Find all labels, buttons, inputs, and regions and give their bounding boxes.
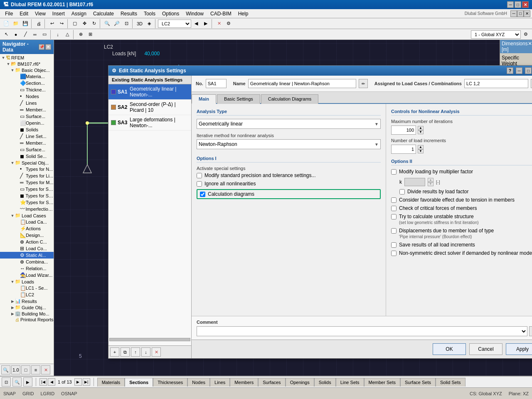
nav-building-model[interactable]: ▶ 🏢 Building Mo... [0, 310, 54, 317]
tab-basic-settings[interactable]: Basic Settings [217, 94, 260, 104]
nav-materials[interactable]: 🟦 Materia... [0, 73, 54, 80]
num-load-down[interactable]: ▼ [418, 149, 424, 153]
name-edit-btn[interactable]: ✏ [359, 79, 368, 88]
opt2-cb-2[interactable] [391, 206, 397, 211]
nav-view-btn[interactable]: □ [21, 365, 30, 374]
max-iter-down[interactable]: ▼ [418, 130, 424, 134]
sub-close[interactable]: ✕ [524, 10, 530, 17]
menu-window[interactable]: Window [182, 10, 207, 17]
nav-close-btn[interactable]: ✕ [45, 44, 51, 50]
nav-types-solid[interactable]: ◼ Types for Sc... [0, 192, 54, 199]
opt2-cb-4[interactable] [391, 228, 397, 234]
menu-results[interactable]: Results [117, 10, 140, 17]
tab-openings[interactable]: Openings [286, 378, 314, 387]
tab-surface-sets[interactable]: Surface Sets [400, 378, 436, 387]
dim-panel-close[interactable]: ✕ [528, 41, 532, 52]
nav-next-btn[interactable]: ▶ [74, 378, 82, 386]
nav-printout[interactable]: 🖨 Printout Reports [0, 317, 54, 323]
move-up-btn[interactable]: ↑ [131, 347, 140, 357]
opt2-item-5[interactable]: Save results of all load increments [391, 242, 532, 248]
opt2-item-0[interactable]: Modify loading by multiplier factor [391, 169, 532, 175]
tb2-load[interactable]: ↓ [53, 30, 62, 39]
tb-run[interactable]: ✕ [214, 19, 224, 28]
sub-minimize[interactable]: ─ [510, 10, 517, 17]
nav-basic-objects[interactable]: ▼ 📁 Basic Objec... [0, 67, 54, 73]
nav-sections[interactable]: 🔷 Section... [0, 80, 54, 86]
nav-design-situ[interactable]: 📐 Design... [0, 232, 54, 239]
tab-nodes[interactable]: Nodes [187, 378, 210, 387]
tb-save[interactable]: 💾 [21, 19, 30, 28]
opt2-cb-0[interactable] [391, 169, 397, 175]
opt2-divide-item[interactable]: Divide results by load factor [399, 189, 532, 195]
close-btn[interactable]: ✕ [522, 1, 529, 8]
num-load-up[interactable]: ▲ [418, 145, 424, 149]
tb-rotate[interactable]: ↻ [89, 19, 99, 28]
tb-move[interactable]: ✥ [80, 19, 89, 28]
nav-types-surfaces[interactable]: ▭ Types for Su... [0, 186, 54, 192]
nav-lines[interactable]: ╱ Lines [0, 100, 54, 106]
tb-new[interactable]: 📄 [2, 19, 11, 28]
sub-restore[interactable]: □ [517, 10, 524, 17]
nav-item-file[interactable]: ▼ 📂 BM107.rf6* [0, 61, 54, 67]
nav-member-sets[interactable]: ═ Member... [0, 140, 54, 146]
nav-line-sets[interactable]: ╱ Line Set... [0, 133, 54, 140]
comment-edit-btn[interactable]: ✏ [529, 326, 532, 336]
tab-member-sets[interactable]: Member Sets [364, 378, 400, 387]
tab-thicknesses[interactable]: Thicknesses [153, 378, 187, 387]
nav-types-nodes[interactable]: • Types for N... [0, 166, 54, 172]
nav-surface-sets[interactable]: ▭ Surface... [0, 146, 54, 153]
nav-action-combs[interactable]: ⊕ Action C... [0, 239, 54, 245]
nav-search-btn[interactable]: 🔍 [1, 365, 10, 374]
tab-sections[interactable]: Sections [125, 378, 153, 387]
opt2-item-1[interactable]: Consider favorable effect due to tension… [391, 197, 532, 203]
lgrid-indicator[interactable]: LGRID [40, 391, 54, 396]
menu-cad-bim[interactable]: CAD-BIM [207, 10, 235, 17]
nav-types-members[interactable]: ═ Types for M... [0, 179, 54, 186]
max-iter-up[interactable]: ▲ [418, 126, 424, 130]
tb2-member[interactable]: ═ [30, 30, 39, 39]
lc-selector[interactable]: LC2 [158, 20, 191, 28]
opt2-cb-5[interactable] [391, 242, 397, 248]
nav-num-btn[interactable]: 1.0 [11, 365, 20, 374]
maximize-btn[interactable]: □ [515, 1, 521, 8]
tb-undo[interactable]: ↩ [47, 19, 57, 28]
existing-item-sa1[interactable]: SA1 Geometrically linear | Newton-... [108, 84, 191, 100]
assigned-input[interactable] [464, 79, 528, 88]
nav-prev-btn[interactable]: ◀ [48, 378, 55, 386]
nav-types-special[interactable]: ⭐ Types for Sp... [0, 199, 54, 206]
tb-lc-prev[interactable]: ◀ [192, 19, 201, 28]
nav-load-cases[interactable]: 📋 Load Ca... [0, 219, 54, 225]
nav-relations[interactable]: ↔ Relation... [0, 265, 54, 272]
cb3-item[interactable]: Calculation diagrams [197, 189, 381, 199]
nav-types-lines[interactable]: ╱ Types for Li... [0, 172, 54, 179]
iterative-select[interactable]: Newton-Raphson ▼ [197, 139, 381, 149]
tab-main[interactable]: Main [192, 94, 216, 104]
cb3-checkbox[interactable] [200, 192, 205, 197]
tb2-surface[interactable]: ▭ [40, 30, 49, 39]
nav-nodes[interactable]: • Nodes [0, 93, 54, 100]
menu-file[interactable]: File [2, 10, 16, 17]
opt2-cb-1[interactable] [391, 197, 397, 203]
tab-line-sets[interactable]: Line Sets [336, 378, 364, 387]
move-down-btn[interactable]: ↓ [141, 347, 150, 357]
nav-actions[interactable]: ⚡ Actions [0, 225, 54, 232]
cb1-checkbox[interactable] [197, 173, 202, 178]
menu-view[interactable]: View [32, 10, 49, 17]
tab-solids[interactable]: Solids [314, 378, 336, 387]
tab-solid-sets[interactable]: Solid Sets [436, 378, 466, 387]
menu-assign[interactable]: Assign [68, 10, 90, 17]
tb2-line[interactable]: ╱ [21, 30, 30, 39]
nav-item-rfem[interactable]: ▼ 🏗 RFEM [0, 55, 54, 61]
tb-select[interactable]: ▢ [70, 19, 79, 28]
minimize-btn[interactable]: ─ [507, 1, 514, 8]
tb2-snap[interactable]: ⊕ [76, 30, 85, 39]
osnap-indicator[interactable]: OSNAP [61, 391, 77, 396]
opt2-divide-cb[interactable] [399, 189, 405, 195]
nav-delete-btn[interactable]: ✕ [41, 365, 50, 374]
grid-indicator[interactable]: GRID [22, 391, 34, 396]
tab-surfaces[interactable]: Surfaces [258, 378, 285, 387]
delete-setting-btn[interactable]: ✕ [152, 347, 161, 357]
nav-last-btn[interactable]: ▶| [83, 378, 90, 386]
dialog-help-btn[interactable]: ? [507, 67, 513, 74]
menu-tools[interactable]: Tools [140, 10, 159, 17]
